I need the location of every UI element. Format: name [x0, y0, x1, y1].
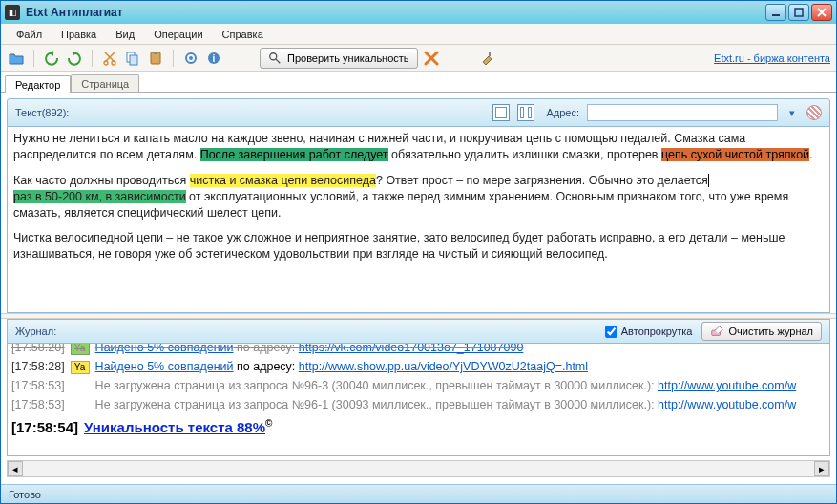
engine-badge: Ya: [71, 361, 90, 374]
menu-help[interactable]: Справка: [213, 26, 273, 43]
menu-operations[interactable]: Операции: [144, 26, 212, 43]
tabs: Редактор Страница: [1, 72, 836, 93]
highlight-yellow: чистка и смазка цепи велосипеда: [190, 174, 376, 187]
svg-rect-1: [795, 9, 803, 16]
layout-split-icon[interactable]: [517, 104, 534, 121]
dropdown-icon[interactable]: ▾: [785, 107, 799, 119]
paste-button[interactable]: [146, 49, 165, 68]
log-url[interactable]: http://www.show.pp.ua/video/YjVDYW0zU2ta…: [299, 360, 588, 373]
clear-log-button[interactable]: Очистить журнал: [701, 322, 822, 341]
search-icon: [268, 52, 282, 65]
uniqueness-result[interactable]: Уникальность текста 88%: [84, 419, 265, 435]
paragraph-2: Как часто должны проводиться чистка и см…: [13, 173, 824, 221]
status-text: Готово: [9, 489, 41, 500]
separator: [92, 50, 93, 67]
svg-text:i: i: [213, 53, 216, 64]
tab-page[interactable]: Страница: [71, 74, 139, 92]
log-timestamp: [17:58:53]: [11, 377, 65, 394]
result-timestamp: [17:58:54]: [11, 417, 78, 438]
stop-button[interactable]: [422, 49, 441, 68]
autoscroll-checkbox[interactable]: [605, 326, 617, 338]
etxt-link[interactable]: Etxt.ru - биржа контента: [714, 52, 830, 64]
log-row: [17:58:53] Не загружена страница из запр…: [11, 395, 826, 414]
menu-view[interactable]: Вид: [106, 26, 144, 43]
window-title: Etxt Антиплагиат: [26, 6, 765, 19]
paragraph-3: Чистка велосипедной цепи – не такое уж с…: [13, 230, 824, 262]
editor-header: Текст(892): Адрес: ▾: [7, 98, 830, 127]
engine-badge: Ya: [71, 344, 90, 355]
highlight-green-2: раз в 50-200 км, в зависимости: [13, 190, 186, 203]
blocked-icon[interactable]: [806, 105, 822, 120]
highlight-green: После завершения работ следует: [200, 148, 388, 161]
undo-button[interactable]: [42, 49, 61, 68]
paragraph-1: Нужно не лениться и капать масло на кажд…: [13, 131, 824, 163]
copy-button[interactable]: [123, 49, 142, 68]
log-label: Журнал:: [15, 326, 596, 337]
eraser-icon: [710, 325, 723, 338]
svg-point-2: [104, 61, 108, 65]
log-body: [17.58.20] Ya Найдено 5% совпадений по а…: [7, 344, 830, 456]
svg-rect-7: [154, 52, 157, 54]
scroll-left-button[interactable]: ◂: [8, 461, 23, 476]
horizontal-scrollbar[interactable]: ◂ ▸: [7, 460, 830, 477]
scroll-right-button[interactable]: ▸: [814, 461, 829, 476]
text-count-label: Текст(892):: [15, 107, 69, 118]
highlight-orange: цепь сухой чистой тряпкой: [661, 148, 809, 161]
svg-rect-13: [489, 52, 491, 56]
redo-button[interactable]: [65, 49, 84, 68]
log-link[interactable]: Найдено 5% совпадений: [95, 360, 234, 373]
log-timestamp: [17:58:53]: [11, 396, 65, 413]
log-url[interactable]: http://www.youtube.com/w: [658, 379, 796, 392]
app-icon: ◧: [5, 5, 20, 20]
check-uniqueness-label: Проверить уникальность: [287, 52, 409, 64]
svg-point-9: [189, 56, 193, 60]
layout-single-icon[interactable]: [492, 104, 510, 121]
statusbar: Готово: [1, 484, 836, 503]
open-folder-button[interactable]: [7, 49, 26, 68]
menubar: Файл Правка Вид Операции Справка: [1, 24, 836, 45]
tool-button[interactable]: [477, 49, 496, 68]
toolbar: i Проверить уникальность Etxt.ru - биржа…: [1, 45, 836, 72]
log-url[interactable]: http://www.youtube.com/w: [658, 398, 796, 411]
maximize-button[interactable]: [788, 4, 809, 21]
info-button[interactable]: i: [204, 49, 223, 68]
check-uniqueness-button[interactable]: Проверить уникальность: [260, 48, 418, 69]
separator: [33, 50, 34, 67]
close-button[interactable]: [811, 4, 832, 21]
log-timestamp: [17:58:28]: [11, 358, 65, 375]
svg-rect-0: [772, 14, 780, 16]
menu-edit[interactable]: Правка: [52, 26, 106, 43]
autoscroll-check[interactable]: Автопрокрутка: [605, 326, 693, 338]
minimize-button[interactable]: [765, 4, 786, 21]
svg-rect-5: [130, 55, 137, 65]
tab-editor[interactable]: Редактор: [5, 75, 71, 93]
svg-point-3: [112, 61, 115, 65]
address-label: Адрес:: [546, 107, 579, 118]
menu-file[interactable]: Файл: [7, 26, 52, 43]
svg-point-12: [270, 52, 277, 59]
editor-body[interactable]: Нужно не лениться и капать масло на кажд…: [7, 127, 830, 313]
text-cursor: [708, 174, 709, 187]
result-row: [17:58:54] Уникальность текста 88%©: [11, 415, 826, 439]
log-row: [17:58:28] Ya Найдено 5% совпадений по а…: [11, 357, 826, 376]
log-row: [17.58.20] Ya Найдено 5% совпадений по а…: [11, 344, 826, 357]
titlebar: ◧ Etxt Антиплагиат: [1, 1, 836, 24]
settings-button[interactable]: [181, 49, 200, 68]
cut-button[interactable]: [100, 49, 119, 68]
separator: [173, 50, 174, 67]
log-row: [17:58:53] Не загружена страница из запр…: [11, 376, 826, 395]
address-input[interactable]: [587, 104, 778, 121]
log-header: Журнал: Автопрокрутка Очистить журнал: [7, 319, 830, 344]
